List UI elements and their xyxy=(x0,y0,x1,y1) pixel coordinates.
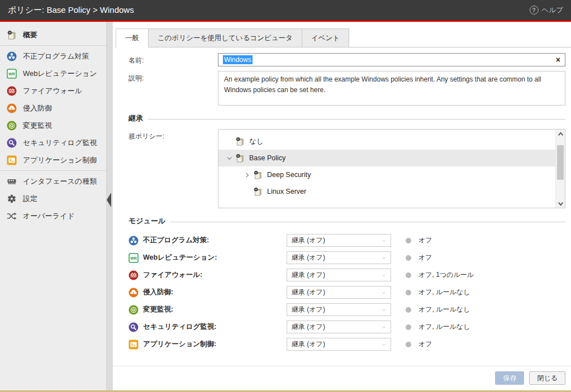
web-reputation-icon: WR xyxy=(129,253,139,263)
name-label: 名前: xyxy=(129,53,218,66)
chevron-down-icon[interactable] xyxy=(223,155,235,162)
tree-item-label: Deep Security xyxy=(267,171,311,179)
log-inspection-state-select[interactable]: 継承 (オフ) xyxy=(287,321,391,333)
sidebar-item-label: 侵入防御 xyxy=(23,103,52,113)
main-panel: 一般このポリシーを使用しているコンピュータイベント 名前: Windows × … xyxy=(113,22,571,390)
close-button[interactable]: 閉じる xyxy=(529,371,565,385)
modules-section-header: モジュール xyxy=(129,216,565,226)
sidebar-item-label: 設定 xyxy=(23,194,37,204)
log-inspection-icon xyxy=(7,138,17,148)
firewall-icon xyxy=(7,86,17,96)
sidebar-item-label: Webレピュテーション xyxy=(23,69,97,79)
application-control-icon xyxy=(129,340,139,350)
intrusion-prevention-state-select[interactable]: 継承 (オフ) xyxy=(287,286,391,299)
help-link[interactable]: ? ヘルプ xyxy=(530,6,563,15)
sidebar-item-anti-malware[interactable]: 不正プログラム対策 xyxy=(0,47,106,65)
status-dot xyxy=(406,290,411,295)
application-control-icon xyxy=(7,155,17,165)
dropdown-arrow-icon xyxy=(382,308,386,312)
firewall-state-select[interactable]: 継承 (オフ) xyxy=(287,269,391,281)
sidebar-collapse-handle[interactable] xyxy=(106,193,111,207)
svg-text:WR: WR xyxy=(130,256,137,261)
module-row-intrusion-prevention: 侵入防御: 継承 (オフ) オフ, ルールなし xyxy=(129,284,565,301)
sidebar-item-web-reputation[interactable]: WR Webレピュテーション xyxy=(0,65,106,82)
inheritance-section-header: 継承 xyxy=(129,113,565,123)
application-control-state-select[interactable]: 継承 (オフ) xyxy=(287,338,391,351)
tab-bar: 一般このポリシーを使用しているコンピュータイベント xyxy=(115,28,571,47)
tab-events[interactable]: イベント xyxy=(302,28,349,47)
sidebar-item-label: 不正プログラム対策 xyxy=(23,51,89,61)
parent-policy-label: 親ポリシー: xyxy=(129,129,218,208)
policy-icon xyxy=(253,187,263,197)
sidebar-item-log-inspection[interactable]: セキュリティログ監視 xyxy=(0,134,106,151)
tab-computers[interactable]: このポリシーを使用しているコンピュータ xyxy=(148,28,302,47)
module-status: オフ, ルールなし xyxy=(418,305,470,314)
module-row-application-control: アプリケーション制御: 継承 (オフ) オフ xyxy=(129,336,565,353)
module-status: オフ xyxy=(418,236,432,245)
sidebar-item-overrides[interactable]: オーバーライド xyxy=(0,207,106,224)
status-dot xyxy=(406,307,411,313)
web-reputation-state-select[interactable]: 継承 (オフ) xyxy=(287,251,391,264)
tree-scrollbar[interactable] xyxy=(555,130,565,208)
module-label: ファイアウォール: xyxy=(143,270,287,280)
anti-malware-state-select[interactable]: 継承 (オフ) xyxy=(287,234,391,247)
policy-name-input[interactable]: Windows × xyxy=(218,53,565,66)
sidebar-item-application-control[interactable]: アプリケーション制御 xyxy=(0,151,106,169)
sidebar-item-label: 変更監視 xyxy=(23,121,52,131)
module-status: オフ, ルールなし xyxy=(418,322,470,332)
status-dot xyxy=(406,255,411,261)
sidebar-item-label: セキュリティログ監視 xyxy=(23,138,97,148)
sidebar: 概要 不正プログラム対策 WR Webレピュテーション ファイアウォール 侵入防… xyxy=(0,22,106,390)
module-label: 不正プログラム対策: xyxy=(143,236,287,245)
dropdown-arrow-icon xyxy=(382,290,386,295)
parent-policy-tree: なし Base Policy Deep Security Linux Serve… xyxy=(218,129,565,208)
settings-icon xyxy=(7,194,17,204)
module-label: アプリケーション制御: xyxy=(143,340,287,349)
dropdown-arrow-icon xyxy=(382,273,386,278)
tree-item-label: Base Policy xyxy=(249,154,286,162)
sidebar-item-intrusion-prevention[interactable]: 侵入防御 xyxy=(0,99,106,117)
integrity-monitoring-state-select[interactable]: 継承 (オフ) xyxy=(287,303,391,316)
clear-name-icon[interactable]: × xyxy=(556,56,560,64)
sidebar-item-overview[interactable]: 概要 xyxy=(0,26,106,44)
sidebar-item-label: ファイアウォール xyxy=(23,86,82,96)
tree-item[interactable]: なし xyxy=(218,133,555,150)
policy-icon xyxy=(7,30,17,40)
sidebar-item-label: オーバーライド xyxy=(23,211,75,221)
sidebar-item-integrity-monitoring[interactable]: 変更監視 xyxy=(0,117,106,134)
sidebar-item-firewall[interactable]: ファイアウォール xyxy=(0,82,106,99)
module-row-firewall: ファイアウォール: 継承 (オフ) オフ, 1つのルール xyxy=(129,266,565,284)
module-label: セキュリティログ監視: xyxy=(143,322,287,332)
policy-name-value: Windows xyxy=(223,55,253,64)
tree-item-label: なし xyxy=(249,137,264,146)
module-status: オフ xyxy=(418,340,432,349)
tree-item[interactable]: Deep Security xyxy=(218,166,555,183)
save-button[interactable]: 保存 xyxy=(495,371,524,385)
tree-item[interactable]: Base Policy xyxy=(218,150,555,166)
dropdown-arrow-icon xyxy=(382,256,386,260)
module-label: Webレピュテーション: xyxy=(143,253,287,262)
svg-text:WR: WR xyxy=(8,71,16,77)
policy-icon xyxy=(253,170,263,180)
scroll-down-icon[interactable] xyxy=(556,199,565,208)
help-label: ヘルプ xyxy=(542,6,563,15)
module-status: オフ xyxy=(418,253,432,262)
policy-description-input[interactable]: An example policy from which all the exa… xyxy=(218,71,565,106)
description-label: 説明: xyxy=(129,71,218,106)
chevron-right-icon[interactable] xyxy=(241,171,253,179)
interface-types-icon xyxy=(7,176,17,187)
tree-item[interactable]: Linux Server xyxy=(218,183,555,200)
intrusion-prevention-icon xyxy=(129,288,139,298)
tab-general[interactable]: 一般 xyxy=(116,28,149,47)
integrity-monitoring-icon xyxy=(7,121,17,131)
intrusion-prevention-icon xyxy=(7,103,17,113)
scrollbar-track[interactable] xyxy=(556,138,565,199)
scroll-up-icon[interactable] xyxy=(556,130,565,138)
title-bar: ポリシー: Base Policy > Windows ? ヘルプ xyxy=(0,0,571,20)
sidebar-item-interface-types[interactable]: インタフェースの種類 xyxy=(0,173,106,190)
scrollbar-thumb[interactable] xyxy=(557,145,564,180)
inheritance-section-title: 継承 xyxy=(129,113,143,123)
sidebar-divider xyxy=(0,170,106,171)
sidebar-item-settings[interactable]: 設定 xyxy=(0,190,106,207)
tree-item-label: Linux Server xyxy=(267,188,306,195)
